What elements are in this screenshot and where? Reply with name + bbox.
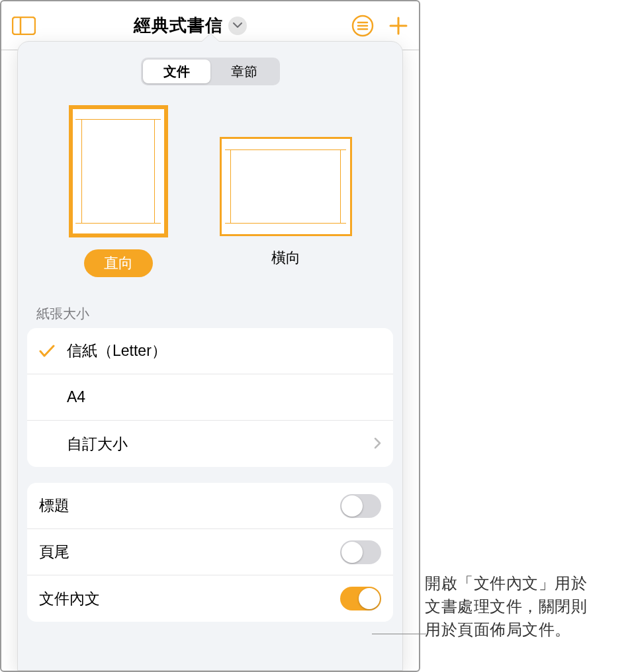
callout-line: 開啟「文件內文」用於 — [425, 572, 623, 595]
sidebar-icon[interactable] — [12, 17, 36, 35]
orientation-landscape-thumb[interactable] — [220, 137, 352, 236]
paper-size-custom[interactable]: 自訂大小 — [27, 421, 393, 467]
paper-size-letter[interactable]: 信紙（Letter） — [27, 328, 393, 374]
app-window: 經典式書信 文件 — [0, 0, 420, 672]
footer-label: 頁尾 — [39, 542, 340, 562]
paper-size-label: 信紙（Letter） — [67, 341, 381, 361]
header-toggle[interactable] — [340, 494, 381, 518]
add-icon[interactable] — [388, 16, 408, 36]
svg-rect-0 — [13, 17, 35, 34]
chevron-right-icon — [374, 435, 381, 453]
document-body-row: 文件內文 — [27, 575, 393, 622]
orientation-landscape-label: 橫向 — [271, 248, 300, 268]
header-row: 標題 — [27, 483, 393, 529]
tab-document[interactable]: 文件 — [143, 60, 210, 83]
paper-size-label: A4 — [67, 388, 381, 406]
switches-list: 標題 頁尾 文件內文 — [27, 483, 393, 622]
callout-line: 用於頁面佈局文件。 — [425, 618, 623, 642]
title-chevron-icon[interactable] — [228, 17, 247, 35]
orientation-portrait-label: 直向 — [84, 249, 153, 277]
tab-segmented-control: 文件 章節 — [141, 58, 280, 85]
document-body-label: 文件內文 — [39, 589, 340, 609]
popover-arrow — [201, 34, 220, 42]
paper-size-a4[interactable]: A4 — [27, 374, 393, 421]
document-body-toggle[interactable] — [340, 587, 381, 610]
check-icon — [39, 345, 67, 358]
list-icon[interactable] — [351, 15, 374, 37]
tab-section[interactable]: 章節 — [210, 60, 278, 83]
paper-size-heading: 紙張大小 — [36, 305, 402, 323]
orientation-portrait-thumb[interactable] — [69, 105, 168, 237]
callout-annotation: 開啟「文件內文」用於 文書處理文件，關閉則 用於頁面佈局文件。 — [425, 572, 623, 641]
document-settings-popover: 文件 章節 直向 橫向 紙張大小 — [17, 41, 403, 671]
orientation-row: 直向 橫向 — [18, 105, 402, 277]
footer-toggle[interactable] — [340, 540, 381, 564]
callout-leader-line — [372, 634, 426, 634]
callout-line: 文書處理文件，關閉則 — [425, 595, 623, 618]
header-label: 標題 — [39, 495, 340, 516]
paper-size-label: 自訂大小 — [67, 434, 374, 454]
footer-row: 頁尾 — [27, 529, 393, 575]
paper-size-list: 信紙（Letter） A4 自訂大小 — [27, 328, 393, 467]
